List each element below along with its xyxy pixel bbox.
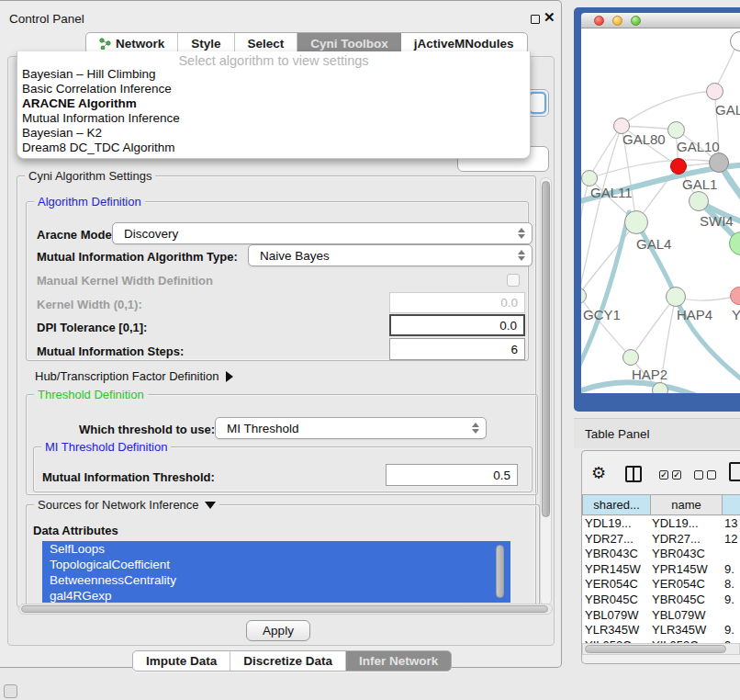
tab-discretize-data[interactable]: Discretize Data xyxy=(230,651,346,671)
tab-cyni-toolbox[interactable]: Cyni Toolbox xyxy=(297,33,401,53)
minimize-traffic-light[interactable] xyxy=(612,16,622,26)
kernel-width-label: Kernel Width (0,1): xyxy=(37,298,142,311)
column-header-name[interactable]: name xyxy=(650,494,723,515)
menu-item[interactable]: Mutual Information Inference xyxy=(17,111,530,126)
data-attributes-list[interactable]: SelfLoops TopologicalCoefficient Between… xyxy=(42,541,510,603)
node-gray[interactable] xyxy=(709,152,729,173)
table-row[interactable]: YBL079W YBL079W xyxy=(582,608,740,624)
list-item[interactable]: SelfLoops xyxy=(42,541,510,557)
node-label: GAL80 xyxy=(622,131,666,147)
node-gal10[interactable] xyxy=(667,121,685,139)
apply-button[interactable]: Apply xyxy=(246,620,310,641)
bottom-tabbar: Impute Data Discretize Data Infer Networ… xyxy=(132,650,452,672)
hscrollbar-thumb[interactable] xyxy=(21,605,548,613)
deselect-all-columns-icon[interactable] xyxy=(694,470,716,480)
menu-item[interactable]: Bayesian – K2 xyxy=(17,126,530,141)
manual-kernel-checkbox[interactable] xyxy=(507,274,520,287)
table-row[interactable]: YBR043C YBR043C xyxy=(582,547,740,562)
tab-network[interactable]: Network xyxy=(86,33,178,53)
combobox-spinner-focused[interactable] xyxy=(529,92,546,114)
menu-item[interactable]: Dream8 DC_TDC Algorithm xyxy=(17,141,530,155)
table-row[interactable]: YBR045C YBR045C 9. xyxy=(582,593,740,608)
node-label: GAL1 xyxy=(682,176,717,192)
mi-type-combobox[interactable]: Naive Bayes xyxy=(248,244,533,266)
list-item[interactable]: gal4RGexp xyxy=(42,588,510,603)
network-view-window: GAL GAL80 GAL10 GAL1 GAL11 SWI4 GAL4 GCY… xyxy=(574,7,740,412)
sources-group-title-row[interactable]: Sources for Network Inference xyxy=(34,498,219,512)
menu-item[interactable]: Bayesian – Hill Climbing xyxy=(17,67,530,82)
attributes-scrollbar-thumb[interactable] xyxy=(496,545,504,598)
spinner-arrows-icon xyxy=(518,250,525,261)
node-label: SWI4 xyxy=(700,213,734,229)
node-gal4[interactable] xyxy=(624,210,648,234)
dpi-tolerance-field[interactable]: 0.0 xyxy=(389,314,525,336)
chevron-right-icon xyxy=(226,371,233,382)
network-canvas[interactable]: GAL GAL80 GAL10 GAL1 GAL11 SWI4 GAL4 GCY… xyxy=(581,28,740,393)
node-label: GCY1 xyxy=(583,307,621,322)
node-label: GAL10 xyxy=(677,139,720,154)
mi-type-value: Naive Bayes xyxy=(260,249,330,263)
table-row[interactable]: YLR345W YLR345W 9. xyxy=(582,623,740,638)
table-panel-header: Table Panel xyxy=(574,418,740,448)
kernel-width-field[interactable]: 0.0 xyxy=(389,292,525,313)
list-item[interactable]: BetweennessCentrality xyxy=(42,572,510,588)
tab-impute-data[interactable]: Impute Data xyxy=(133,651,230,671)
control-panel-title: Control Panel xyxy=(9,12,84,26)
which-threshold-combobox[interactable]: MI Threshold xyxy=(215,417,487,439)
export-table-icon[interactable] xyxy=(729,462,740,481)
node-hap2[interactable] xyxy=(622,349,639,366)
settings-scrollbar-thumb[interactable] xyxy=(542,181,550,517)
float-window-icon[interactable] xyxy=(531,15,540,24)
mi-type-label: Mutual Information Algorithm Type: xyxy=(37,250,238,264)
node-label: HAP4 xyxy=(677,307,712,322)
hub-definition-expander[interactable]: Hub/Transcription Factor Definition xyxy=(35,369,233,383)
table-row[interactable]: YER054C YER054C 8. xyxy=(582,577,740,593)
hub-definition-label: Hub/Transcription Factor Definition xyxy=(35,369,219,383)
node-label: Y xyxy=(732,307,740,322)
node-bottom-partial[interactable] xyxy=(652,382,668,393)
which-threshold-value: MI Threshold xyxy=(227,422,299,435)
node-label: GAL xyxy=(715,102,740,118)
list-item[interactable]: TopologicalCoefficient xyxy=(42,557,510,572)
close-traffic-light[interactable] xyxy=(594,16,604,26)
spinner-arrows-icon xyxy=(518,228,525,239)
control-panel-window: Control Panel ✕ Network Style Select Cyn… xyxy=(0,0,562,668)
tab-style[interactable]: Style xyxy=(178,33,234,53)
table-row[interactable]: YPR145W YPR145W 9. xyxy=(582,562,740,578)
mi-threshold-group-title: MI Threshold Definition xyxy=(41,440,171,454)
tab-jactivemnodules[interactable]: jActiveMNodules xyxy=(401,33,527,53)
collapsed-panel-icon[interactable] xyxy=(4,684,17,698)
table-row[interactable]: YDL19... YDL19... 13 xyxy=(582,516,740,532)
settings-horizontal-scrollbar[interactable] xyxy=(18,604,553,615)
tab-network-label: Network xyxy=(116,37,164,51)
table-hscrollbar-thumb[interactable] xyxy=(585,645,726,653)
chevron-down-icon xyxy=(205,502,216,509)
tab-infer-network[interactable]: Infer Network xyxy=(346,651,451,671)
node-swi4[interactable] xyxy=(689,191,709,211)
network-window-titlebar[interactable] xyxy=(581,13,740,28)
node-gal-partial[interactable] xyxy=(706,83,723,100)
which-threshold-label: Which threshold to use: xyxy=(79,423,215,436)
aracne-mode-combobox[interactable]: Discovery xyxy=(112,222,533,244)
table-rows[interactable]: YDL19... YDL19... 13 YDR27... YDR27... 1… xyxy=(582,516,740,643)
table-row[interactable]: YDR27... YDR27... 12 xyxy=(582,532,740,548)
gear-icon[interactable]: ⚙ xyxy=(591,465,606,481)
table-horizontal-scrollbar[interactable] xyxy=(582,643,740,655)
close-icon[interactable]: ✕ xyxy=(544,9,555,26)
settings-vertical-scrollbar[interactable] xyxy=(540,177,552,605)
tab-select[interactable]: Select xyxy=(235,33,298,53)
split-columns-icon[interactable] xyxy=(625,466,642,482)
column-header-shared[interactable]: shared... xyxy=(582,494,651,515)
node-gal1[interactable] xyxy=(670,158,687,175)
select-all-columns-icon[interactable]: ✓✓ xyxy=(659,470,681,480)
dpi-tolerance-label: DPI Tolerance [0,1]: xyxy=(37,321,147,334)
algorithm-dropdown-popup: Select algorithm to view settings Bayesi… xyxy=(17,51,531,159)
node-hap4[interactable] xyxy=(666,287,686,307)
zoom-traffic-light[interactable] xyxy=(631,16,641,26)
mi-steps-field[interactable]: 6 xyxy=(389,338,525,360)
mi-threshold-field[interactable]: 0.5 xyxy=(386,464,518,486)
menu-item[interactable]: Basic Correlation Inference xyxy=(17,82,530,96)
node-label: HAP2 xyxy=(632,367,667,382)
column-header-partial[interactable] xyxy=(722,494,740,515)
menu-item-aracne[interactable]: ARACNE Algorithm xyxy=(17,96,530,111)
